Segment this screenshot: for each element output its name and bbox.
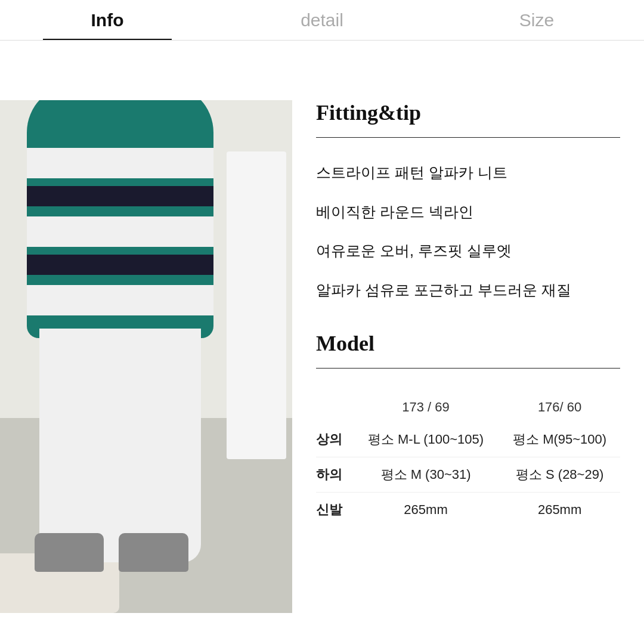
tab-info[interactable]: Info [0,0,215,40]
stripe-1 [27,148,213,178]
model-val1-bottom: 평소 M (30~31) [352,457,499,493]
content-area: Fitting&tip 스트라이프 패턴 알파카 니트 베이직한 라운드 넥라인… [0,41,644,644]
model-section-title: Model [316,331,620,356]
model-val2-top: 평소 M(95~100) [499,422,620,457]
tip-item-2: 베이직한 라운드 넥라인 [316,201,620,224]
model-row-bottom: 하의 평소 M (30~31) 평소 S (28~29) [316,457,620,493]
model-val1-top: 평소 M-L (100~105) [352,422,499,457]
stripe-2 [27,186,213,206]
model-table: 173 / 69 176/ 60 상의 평소 M-L (100~105) 평소 … [316,392,620,527]
model-header-empty [316,392,352,422]
product-image [0,100,292,613]
model-val2-shoes: 265mm [499,493,620,528]
fitting-divider [316,137,620,138]
info-panel: Fitting&tip 스트라이프 패턴 알파카 니트 베이직한 라운드 넥라인… [292,100,644,644]
person-silhouette [15,100,264,572]
model-header-col2: 176/ 60 [499,392,620,422]
tab-bar: Info detail Size [0,0,644,41]
model-row-top: 상의 평소 M-L (100~105) 평소 M(95~100) [316,422,620,457]
tab-detail[interactable]: detail [215,0,429,40]
model-section: Model 173 / 69 176/ 60 상의 평소 M-L (100~10… [316,331,620,527]
stripe-3 [27,216,213,247]
model-header-row: 173 / 69 176/ 60 [316,392,620,422]
pants [39,329,201,562]
model-row-shoes: 신발 265mm 265mm [316,493,620,528]
model-label-shoes: 신발 [316,493,352,528]
tip-item-3: 여유로운 오버, 루즈핏 실루엣 [316,240,620,262]
shoe-left [35,533,104,572]
tip-item-4: 알파카 섬유로 포근하고 부드러운 재질 [316,279,620,302]
stripe-4 [27,255,213,275]
fitting-tips-section: Fitting&tip 스트라이프 패턴 알파카 니트 베이직한 라운드 넥라인… [316,100,620,301]
model-label-top: 상의 [316,422,352,457]
model-label-bottom: 하의 [316,457,352,493]
stripe-5 [27,285,213,315]
sweater [27,100,213,338]
tip-item-1: 스트라이프 패턴 알파카 니트 [316,162,620,184]
model-val1-shoes: 265mm [352,493,499,528]
model-header-col1: 173 / 69 [352,392,499,422]
tab-size[interactable]: Size [429,0,644,40]
model-val2-bottom: 평소 S (28~29) [499,457,620,493]
fitting-section-title: Fitting&tip [316,100,620,125]
shoe-right [119,533,188,572]
model-divider [316,368,620,369]
